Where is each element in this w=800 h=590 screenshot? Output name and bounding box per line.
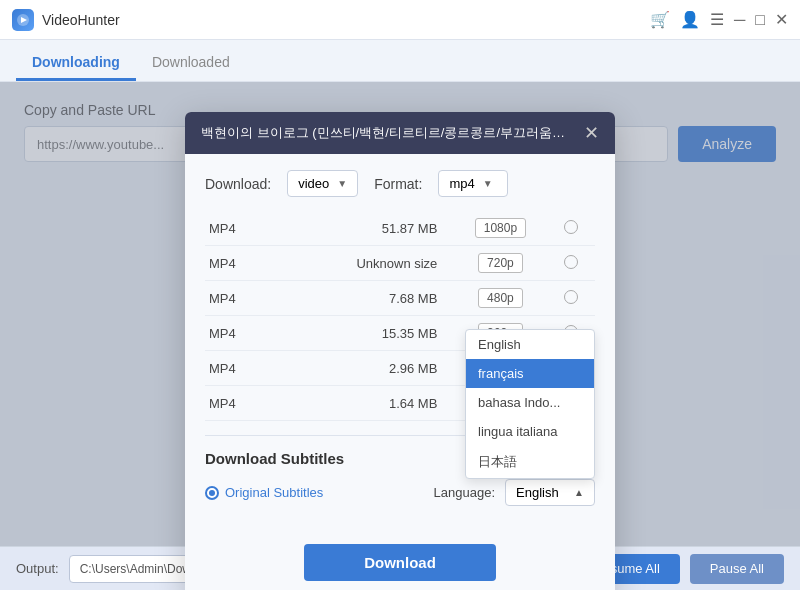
table-row[interactable]: MP4 7.68 MB 480p [205,281,595,316]
download-button[interactable]: Download [304,544,496,581]
app-icon [12,9,34,31]
language-dropdown-wrapper: English ▲ English français bahasa Indo..… [505,479,595,506]
format-size-cell: 1.64 MB [279,386,442,421]
quality-badge: 720p [478,253,523,273]
format-size-cell: Unknown size [279,246,442,281]
maximize-icon[interactable]: □ [755,11,765,29]
format-type-cell: MP4 [205,351,279,386]
lang-option-francais[interactable]: français [466,359,594,388]
format-radio-2[interactable] [564,290,578,304]
modal-header: 백현이의 브이로그 (민쓰티/백현/티르티르/콩르콩르/부끄러움은나의... ✕ [185,112,615,154]
download-type-arrow: ▼ [337,178,347,189]
table-row[interactable]: MP4 Unknown size 720p [205,246,595,281]
format-type-cell: MP4 [205,281,279,316]
lang-option-italian[interactable]: lingua italiana [466,417,594,446]
user-icon[interactable]: 👤 [680,10,700,29]
format-size-cell: 51.87 MB [279,211,442,246]
language-label: Language: [434,485,495,500]
subtitles-row: Original Subtitles Language: English ▲ [205,479,595,506]
download-type-dropdown[interactable]: video ▼ [287,170,358,197]
format-type-cell: MP4 [205,386,279,421]
format-type-cell: MP4 [205,246,279,281]
modal-overlay: 백현이의 브이로그 (민쓰티/백현/티르티르/콩르콩르/부끄러움은나의... ✕… [0,82,800,546]
format-label: Format: [374,176,422,192]
lang-option-english[interactable]: English [466,330,594,359]
download-type-value: video [298,176,329,191]
lang-option-bahasa[interactable]: bahasa Indo... [466,388,594,417]
format-quality-cell: 480p [441,281,559,316]
format-type-dropdown[interactable]: mp4 ▼ [438,170,508,197]
app-title: VideoHunter [42,12,650,28]
modal-title: 백현이의 브이로그 (민쓰티/백현/티르티르/콩르콩르/부끄러움은나의... [201,124,574,142]
format-quality-cell: 720p [441,246,559,281]
format-type-arrow: ▼ [483,178,493,189]
modal-close-button[interactable]: ✕ [584,124,599,142]
title-controls: 🛒 👤 ☰ ─ □ ✕ [650,10,788,29]
original-subtitles-option[interactable]: Original Subtitles [205,485,323,500]
format-radio-1[interactable] [564,255,578,269]
original-subtitles-radio[interactable] [205,486,219,500]
format-radio-0[interactable] [564,220,578,234]
original-subtitles-label: Original Subtitles [225,485,323,500]
format-type-value: mp4 [449,176,474,191]
cart-icon[interactable]: 🛒 [650,10,670,29]
tab-bar: Downloading Downloaded [0,40,800,82]
language-selected-value: English [516,485,559,500]
content-area: Copy and Paste URL Analyze 백현이의 브이로그 (민쓰… [0,82,800,546]
quality-badge: 1080p [475,218,526,238]
main-area: Downloading Downloaded Copy and Paste UR… [0,40,800,590]
tab-downloading[interactable]: Downloading [16,46,136,81]
format-radio-cell[interactable] [560,211,595,246]
format-type-cell: MP4 [205,211,279,246]
tab-downloaded[interactable]: Downloaded [136,46,246,81]
language-dropdown-menu: English français bahasa Indo... lingua i… [465,329,595,479]
output-label: Output: [16,561,59,576]
format-size-cell: 2.96 MB [279,351,442,386]
format-radio-cell[interactable] [560,281,595,316]
language-dropdown-button[interactable]: English ▲ [505,479,595,506]
quality-badge: 480p [478,288,523,308]
download-modal: 백현이의 브이로그 (민쓰티/백현/티르티르/콩르콩르/부끄러움은나의... ✕… [185,112,615,590]
close-icon[interactable]: ✕ [775,10,788,29]
menu-icon[interactable]: ☰ [710,10,724,29]
format-type-cell: MP4 [205,316,279,351]
language-dropdown-arrow: ▲ [574,487,584,498]
modal-footer: Download [185,532,615,590]
lang-option-japanese[interactable]: 日本語 [466,446,594,478]
modal-body: Download: video ▼ Format: mp4 ▼ [185,154,615,532]
format-size-cell: 7.68 MB [279,281,442,316]
table-row[interactable]: MP4 51.87 MB 1080p [205,211,595,246]
minimize-icon[interactable]: ─ [734,11,745,29]
format-quality-cell: 1080p [441,211,559,246]
pause-all-button[interactable]: Pause All [690,554,784,584]
download-label: Download: [205,176,271,192]
format-size-cell: 15.35 MB [279,316,442,351]
format-radio-cell[interactable] [560,246,595,281]
title-bar: VideoHunter 🛒 👤 ☰ ─ □ ✕ [0,0,800,40]
format-row: Download: video ▼ Format: mp4 ▼ [205,170,595,197]
language-section: Language: English ▲ English français [434,479,595,506]
